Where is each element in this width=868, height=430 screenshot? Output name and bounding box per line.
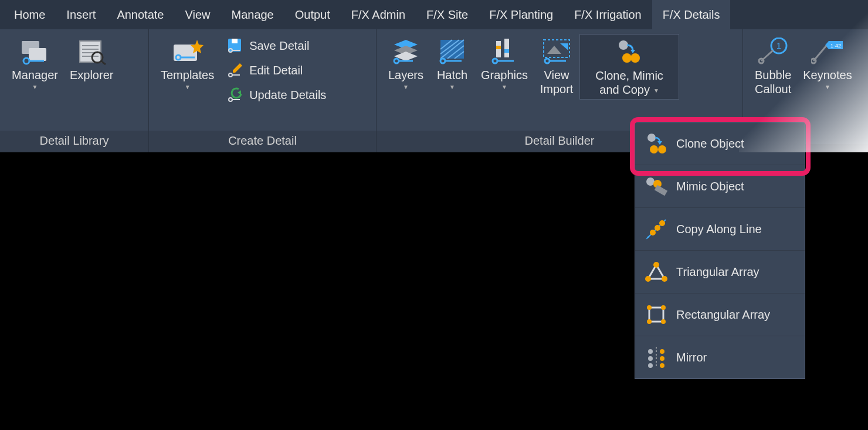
svg-point-53 xyxy=(630,53,640,63)
list-search-icon xyxy=(75,37,108,66)
svg-point-74 xyxy=(659,220,665,226)
panel-detail-library: Manager ▼ Explorer Deta xyxy=(0,29,149,152)
dropdown-arrow-icon: ▼ xyxy=(32,84,38,90)
dd-mimic-object[interactable]: Mimic Object xyxy=(635,165,805,208)
hatch-icon xyxy=(436,37,469,66)
dropdown-arrow-icon: ▼ xyxy=(825,84,830,90)
svg-line-11 xyxy=(101,61,106,64)
svg-point-81 xyxy=(661,305,666,310)
panel-title-library: Detail Library xyxy=(0,131,148,152)
svg-point-76 xyxy=(653,262,659,268)
update-details-button[interactable]: Update Details xyxy=(223,84,330,105)
clone-mimic-copy-button[interactable]: Clone, Mimic and Copy ▼ xyxy=(579,34,679,100)
dd-mirror-label: Mirror xyxy=(676,351,707,364)
dd-mirror[interactable]: Mirror xyxy=(635,336,805,378)
panel-create-detail: Templates ▼ Save Detail xyxy=(149,29,377,152)
panel-title-create: Create Detail xyxy=(149,131,376,152)
svg-rect-41 xyxy=(504,39,509,57)
dropdown-arrow-icon: ▼ xyxy=(653,87,659,94)
hatch-button[interactable]: Hatch ▼ xyxy=(429,34,475,93)
dd-copy-along-line-label: Copy Along Line xyxy=(676,223,762,236)
svg-point-87 xyxy=(648,363,653,368)
svg-point-83 xyxy=(661,319,666,324)
svg-rect-42 xyxy=(504,49,509,53)
svg-point-89 xyxy=(660,356,664,361)
keynotes-label: Keynotes xyxy=(803,68,852,82)
layers-label: Layers xyxy=(388,68,423,82)
graphics-bars-icon xyxy=(488,37,521,66)
svg-point-88 xyxy=(660,349,664,354)
tab-annotate[interactable]: Annotate xyxy=(106,0,174,29)
clone-object-icon xyxy=(645,132,668,155)
svg-point-52 xyxy=(622,53,632,63)
svg-point-20 xyxy=(229,73,232,77)
save-detail-label: Save Detail xyxy=(249,39,309,53)
tab-manage[interactable]: Manage xyxy=(221,0,284,29)
ribbon-tab-bar: Home Insert Annotate View Manage Output … xyxy=(0,0,868,29)
tab-fx-irrigation[interactable]: F/X Irrigation xyxy=(564,0,652,29)
svg-point-86 xyxy=(648,356,653,361)
svg-rect-40 xyxy=(496,46,501,49)
svg-marker-25 xyxy=(238,90,241,95)
svg-point-50 xyxy=(619,40,628,50)
layers-icon xyxy=(389,37,422,66)
edit-detail-button[interactable]: Edit Detail xyxy=(223,60,330,81)
tab-output[interactable]: Output xyxy=(284,0,341,29)
view-import-label-1: View xyxy=(544,68,569,82)
view-import-button[interactable]: View Import xyxy=(534,34,579,98)
dd-clone-object[interactable]: Clone Object xyxy=(635,122,805,165)
dd-copy-along-line[interactable]: Copy Along Line xyxy=(635,208,805,251)
save-detail-button[interactable]: Save Detail xyxy=(223,35,330,56)
keynote-flag-icon: 1-42 xyxy=(811,37,844,66)
layers-button[interactable]: Layers ▼ xyxy=(382,34,429,93)
tab-home[interactable]: Home xyxy=(4,0,56,29)
manager-label: Manager xyxy=(12,68,58,82)
svg-point-3 xyxy=(23,58,29,64)
folder-pipe-icon xyxy=(18,37,51,66)
svg-rect-2 xyxy=(29,48,46,61)
svg-rect-1 xyxy=(22,41,30,46)
tab-fx-planting[interactable]: F/X Planting xyxy=(479,0,564,29)
mimic-object-icon xyxy=(645,175,668,198)
svg-marker-22 xyxy=(233,63,242,73)
tab-fx-admin[interactable]: F/X Admin xyxy=(341,0,416,29)
templates-button[interactable]: Templates ▼ xyxy=(155,34,220,93)
dd-clone-object-label: Clone Object xyxy=(676,137,744,151)
svg-point-72 xyxy=(650,230,656,236)
clone-label-1: Clone, Mimic xyxy=(595,69,663,83)
mirror-icon xyxy=(645,346,668,369)
svg-point-77 xyxy=(662,276,667,282)
tab-insert[interactable]: Insert xyxy=(56,0,106,29)
svg-point-43 xyxy=(493,59,497,63)
svg-point-67 xyxy=(646,178,655,186)
svg-point-65 xyxy=(650,145,658,153)
tab-view[interactable]: View xyxy=(174,0,221,29)
dropdown-arrow-icon: ▼ xyxy=(403,84,409,90)
triangular-array-icon xyxy=(645,260,668,284)
update-details-label: Update Details xyxy=(249,88,326,102)
graphics-button[interactable]: Graphics ▼ xyxy=(475,34,534,93)
svg-point-66 xyxy=(658,145,666,153)
manager-button[interactable]: Manager ▼ xyxy=(6,34,64,93)
dd-rectangular-array-label: Rectangular Array xyxy=(676,308,770,322)
keynotes-button[interactable]: 1-42 Keynotes ▼ xyxy=(797,34,857,93)
templates-label: Templates xyxy=(161,68,214,82)
bubble-callout-icon: 1 xyxy=(757,37,789,66)
svg-point-63 xyxy=(647,134,656,142)
tab-fx-site[interactable]: F/X Site xyxy=(416,0,479,29)
dd-triangular-array-label: Triangular Array xyxy=(676,265,760,279)
dd-rectangular-array[interactable]: Rectangular Array xyxy=(635,294,805,336)
tab-fx-details[interactable]: F/X Details xyxy=(652,0,731,29)
dd-triangular-array[interactable]: Triangular Array xyxy=(635,251,805,294)
svg-text:1-42: 1-42 xyxy=(830,43,841,49)
svg-marker-64 xyxy=(657,141,662,145)
svg-point-80 xyxy=(647,305,652,310)
template-star-icon xyxy=(171,37,204,66)
explorer-button[interactable]: Explorer xyxy=(64,34,119,84)
view-import-label-2: Import xyxy=(540,82,574,96)
svg-point-85 xyxy=(648,349,653,354)
bubble-callout-label-1: Bubble xyxy=(755,68,791,82)
bubble-callout-button[interactable]: 1 Bubble Callout xyxy=(749,34,797,98)
clone-dropdown-menu: Clone Object Mimic Object Copy Along Lin… xyxy=(635,122,805,379)
dropdown-arrow-icon: ▼ xyxy=(185,84,191,90)
